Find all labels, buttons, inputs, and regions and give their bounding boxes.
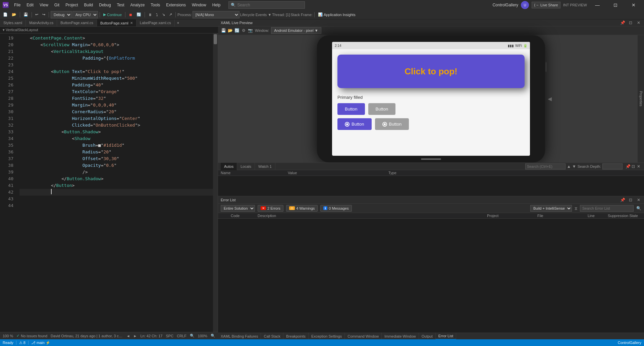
pause-button[interactable]: ⏸	[147, 11, 154, 18]
watch1-tab[interactable]: Watch 1	[255, 163, 275, 170]
nav-call-stack[interactable]: Call Stack	[261, 333, 283, 340]
restart-button[interactable]: 🔄	[135, 11, 143, 18]
autos-close-button[interactable]: ✕	[636, 164, 641, 169]
zoom-level[interactable]: 100 %	[3, 334, 13, 338]
minimize-button[interactable]: —	[590, 0, 605, 10]
menu-tools[interactable]: Tools	[148, 2, 163, 8]
step-out-button[interactable]: ↗	[167, 11, 174, 18]
nav-breakpoints[interactable]: Breakpoints	[283, 333, 309, 340]
intellisense-scope-dropdown[interactable]: Build + IntelliSense	[530, 205, 572, 212]
new-file-button[interactable]: 📄	[1, 11, 9, 18]
scrollbar-thumb[interactable]	[214, 34, 217, 44]
code-scroll-area[interactable]: 1920212223242526272829303132333435363738…	[0, 33, 218, 332]
menu-file[interactable]: File	[11, 2, 23, 8]
float-panel-button[interactable]: ⊡	[628, 20, 633, 25]
phone-nav-back[interactable]: ◄	[546, 95, 553, 103]
next-nav[interactable]: ►	[133, 334, 137, 338]
platform-dropdown[interactable]: Any CPU	[72, 11, 98, 18]
refresh-preview-button[interactable]: 🔄	[234, 28, 239, 33]
click-to-pop-button[interactable]: Click to pop!	[337, 55, 525, 88]
autos-search-input[interactable]	[525, 163, 566, 169]
play-button[interactable]: ▶ Continue	[102, 11, 123, 18]
window-selector[interactable]: Android Emulator - pixel ▼	[271, 27, 321, 34]
menu-debug[interactable]: Debug	[96, 2, 113, 8]
code-content[interactable]: <ContentPage.Content> <ScrollView Margin…	[17, 33, 218, 332]
close-tab-button[interactable]: ✕	[130, 21, 133, 25]
process-dropdown[interactable]: [N/A] Mono	[193, 11, 239, 18]
filter-icon[interactable]: ⧖	[575, 206, 577, 211]
stop-button[interactable]: ⏹	[127, 11, 134, 18]
git-branch[interactable]: ⎇ main ⚡	[31, 341, 50, 345]
close-button[interactable]: ✕	[626, 0, 641, 10]
menu-window[interactable]: Window	[189, 2, 209, 8]
autos-panel-header: Autos Locals Watch 1 ▲ ▼ Search Depth: 📌…	[218, 163, 644, 170]
search-down-icon[interactable]: ▼	[572, 164, 576, 169]
radio-purple-button[interactable]: Button	[337, 118, 372, 130]
tab-styles-xaml[interactable]: Styles.xaml	[0, 19, 26, 26]
errors-filter-button[interactable]: ✕ 2 Errors	[258, 205, 283, 212]
save-preview-button[interactable]: 💾	[221, 28, 226, 33]
error-float-button[interactable]: ⊡	[628, 197, 633, 203]
pin-panel-button[interactable]: 📌	[620, 20, 625, 25]
user-avatar[interactable]: U	[521, 1, 529, 9]
step-into-button[interactable]: ↘	[160, 11, 167, 18]
menu-analyze[interactable]: Analyze	[128, 2, 148, 8]
autos-tab[interactable]: Autos	[221, 163, 237, 170]
warnings-filter-button[interactable]: ⚠ 4 Warnings	[286, 205, 318, 212]
camera-preview-button[interactable]: 📷	[248, 28, 253, 33]
menu-extensions[interactable]: Extensions	[163, 2, 189, 8]
zoom-in[interactable]: 🔍	[190, 334, 195, 338]
error-scope-dropdown[interactable]: Entire Solution	[221, 205, 255, 212]
settings-preview-button[interactable]: ⚙	[241, 28, 246, 33]
open-button[interactable]: 📂	[10, 11, 18, 18]
menu-git[interactable]: Git	[52, 2, 62, 8]
close-panel-button[interactable]: ✕	[636, 20, 641, 25]
error-pin-button[interactable]: 📌	[620, 197, 625, 203]
app-insights-button[interactable]: 📊 Application Insights	[316, 11, 357, 18]
restore-button[interactable]: ⊡	[608, 0, 623, 10]
search-depth-input[interactable]	[602, 163, 623, 169]
tab-mainactivity-cs[interactable]: MainActivity.cs	[26, 19, 57, 26]
open-preview-button[interactable]: 📂	[227, 28, 233, 33]
menu-help[interactable]: Help	[210, 2, 223, 8]
tab-buttonpage-xaml-cs[interactable]: ButtonPage.xaml.cs	[57, 19, 97, 26]
radio-gray-button[interactable]: Button	[375, 118, 409, 130]
tab-buttonpage-xaml[interactable]: ButtonPage.xaml ✕	[97, 19, 137, 26]
search-input[interactable]	[237, 3, 298, 7]
error-close-button[interactable]: ✕	[636, 197, 641, 203]
locals-tab[interactable]: Locals	[237, 163, 255, 170]
save-button[interactable]: 💾	[22, 11, 30, 18]
live-share-button[interactable]: ⟨→ Live Share	[532, 2, 560, 8]
nav-error-list[interactable]: Error List	[436, 333, 457, 340]
error-search-input[interactable]	[580, 205, 634, 212]
error-search-icon[interactable]: 🔍	[636, 206, 641, 211]
new-tab-button[interactable]: +	[175, 19, 181, 26]
zoom-reset[interactable]: 🔍	[211, 334, 215, 338]
prev-nav[interactable]: ◄	[126, 334, 130, 338]
autos-pin-button[interactable]: 📌	[625, 164, 631, 169]
nav-exception-settings[interactable]: Exception Settings	[309, 333, 345, 340]
search-up-icon[interactable]: ▲	[567, 164, 571, 169]
code-editor[interactable]: 1920212223242526272829303132333435363738…	[0, 33, 218, 332]
autos-float-button[interactable]: ⊡	[631, 164, 636, 169]
undo-button[interactable]: ↩	[34, 11, 40, 18]
menu-test[interactable]: Test	[114, 2, 127, 8]
messages-filter-button[interactable]: ℹ 0 Messages	[320, 205, 352, 212]
tab-labelpage-xaml-cs[interactable]: LabelPage.xaml.cs	[137, 19, 175, 26]
debug-mode-dropdown[interactable]: Debug	[51, 11, 72, 18]
menu-project[interactable]: Project	[63, 2, 80, 8]
nav-xaml-binding[interactable]: XAML Binding Failures	[218, 333, 261, 340]
nav-command-window[interactable]: Command Window	[345, 333, 382, 340]
menu-edit[interactable]: Edit	[24, 2, 36, 8]
vertical-scrollbar[interactable]	[213, 33, 218, 332]
properties-tab[interactable]: Properties	[637, 35, 644, 162]
search-box[interactable]: 🔍	[228, 1, 305, 9]
gray-button-1[interactable]: Button	[368, 103, 396, 115]
redo-button[interactable]: ↪	[41, 11, 47, 18]
nav-immediate-window[interactable]: Immediate Window	[382, 333, 419, 340]
nav-output[interactable]: Output	[419, 333, 436, 340]
purple-button-1[interactable]: Button	[337, 103, 365, 115]
menu-build[interactable]: Build	[82, 2, 96, 8]
step-over-button[interactable]: ⤵	[154, 11, 160, 18]
menu-view[interactable]: View	[37, 2, 51, 8]
